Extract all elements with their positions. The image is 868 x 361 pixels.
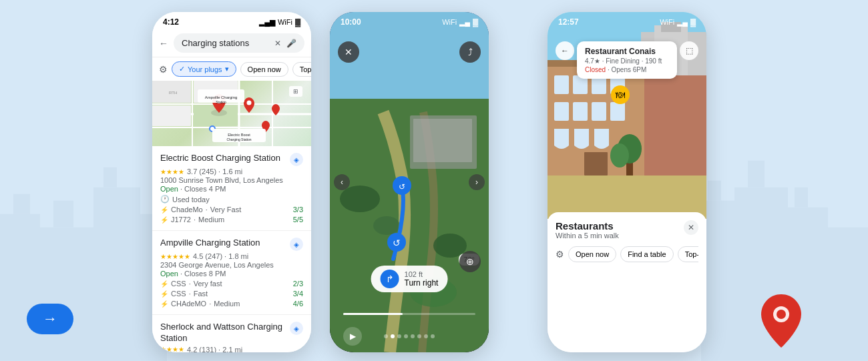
clear-icon[interactable]: ✕ bbox=[274, 39, 281, 48]
result-item-2[interactable]: Ampville Charging Station ◈ ★★★★★ 4.5 (2… bbox=[152, 231, 311, 315]
dot-8 bbox=[431, 334, 435, 338]
svg-rect-43 bbox=[413, 119, 472, 162]
restaurant-emoji-badge: 🍽 bbox=[611, 85, 630, 104]
phone1-map[interactable]: RTH Ampville Charging Station bbox=[152, 81, 311, 146]
filter-open-now[interactable]: Open now bbox=[240, 62, 288, 77]
result1-address: 1000 Sunrise Town Blvd, Los Angeles bbox=[160, 176, 303, 184]
clock-icon: 🕐 bbox=[160, 195, 170, 204]
svg-rect-63 bbox=[573, 102, 588, 121]
svg-text:RTH: RTH bbox=[169, 91, 177, 95]
phone1-filters: ⚙ ✓ Your plugs ▾ Open now Top rated bbox=[152, 57, 311, 81]
tune-icon[interactable]: ⚙ bbox=[159, 64, 168, 75]
result-item-3[interactable]: Sherlock and Wattson Charging Station ◈ … bbox=[152, 315, 311, 352]
street-view-button[interactable]: ⬚ bbox=[680, 41, 698, 60]
panel-title: Restaurants bbox=[556, 220, 619, 232]
signal-icon: ▂▄▆ bbox=[259, 18, 275, 27]
svg-rect-5 bbox=[103, 167, 117, 188]
panel-filters: ⚙ Open now Find a table Top-rated More bbox=[556, 246, 698, 262]
result2-charger-1: ⚡ CSS · Very fast 2/3 bbox=[160, 280, 303, 288]
phone2-aerial-map: ↺ ↺ bbox=[330, 12, 489, 352]
tune-icon-3[interactable]: ⚙ bbox=[556, 249, 564, 260]
filter-top-rated[interactable]: Top rated bbox=[292, 62, 311, 77]
bolt-icon-4: ⚡ bbox=[160, 290, 168, 298]
phone1-status-bar: 4:12 ▂▄▆ WiFi ▓ bbox=[152, 12, 311, 29]
phone1-results: Electric Boost Charging Station ◈ ★★★★ 3… bbox=[152, 146, 311, 352]
result3-rating: ★★★★ 4.2 (131) · 2.1 mi bbox=[160, 346, 303, 352]
close-icon: ✕ bbox=[345, 47, 353, 57]
wifi-icon-3: WiFi bbox=[660, 18, 674, 26]
close-icon-3: ✕ bbox=[688, 223, 694, 232]
chevron-left-icon: ‹ bbox=[341, 177, 343, 187]
phone2-time: 10:00 bbox=[341, 17, 361, 27]
svg-rect-65 bbox=[610, 102, 625, 121]
navigate-icon-2[interactable]: ◈ bbox=[290, 238, 303, 251]
dot-4 bbox=[404, 334, 408, 338]
voice-icon[interactable]: 🎤 bbox=[286, 39, 296, 48]
phone1-time: 4:12 bbox=[163, 17, 179, 27]
battery-icon: ▓ bbox=[295, 18, 300, 26]
nav-arrow-right[interactable]: › bbox=[469, 174, 485, 190]
panel-close-button[interactable]: ✕ bbox=[684, 220, 698, 235]
result1-charger-2: ⚡ J1772 · Medium 5/5 bbox=[160, 216, 303, 224]
play-button[interactable]: ▶ bbox=[343, 327, 362, 346]
back-arrow-icon-3: ← bbox=[561, 46, 569, 55]
navigate-icon-3[interactable]: ◈ bbox=[290, 322, 303, 335]
turn-right-icon: ↱ bbox=[381, 270, 399, 288]
close-button[interactable]: ✕ bbox=[338, 41, 359, 63]
svg-rect-24 bbox=[152, 105, 191, 126]
result3-title: Sherlock and Wattson Charging Station bbox=[160, 322, 290, 344]
search-input[interactable]: Charging stations bbox=[182, 38, 269, 48]
share-icon: ⤴ bbox=[468, 47, 473, 57]
svg-rect-0 bbox=[0, 214, 40, 361]
svg-text:Ampville Charging: Ampville Charging bbox=[205, 95, 238, 99]
svg-text:Station: Station bbox=[216, 100, 226, 104]
signal-icon-3: ▂▄ bbox=[677, 18, 688, 27]
result1-title: Electric Boost Charging Station bbox=[160, 153, 290, 164]
svg-rect-62 bbox=[554, 102, 569, 121]
progress-dots bbox=[384, 334, 435, 338]
restaurant-card[interactable]: Restaurant Conais 4.7★ · Fine Dining · 1… bbox=[577, 41, 677, 79]
result-item-1[interactable]: Electric Boost Charging Station ◈ ★★★★ 3… bbox=[152, 146, 311, 231]
phone3-bottom-panel: Restaurants Within a 5 min walk ✕ ⚙ Open… bbox=[548, 212, 706, 352]
dot-1 bbox=[384, 334, 388, 338]
share-button[interactable]: ⤴ bbox=[459, 41, 481, 63]
compass-button[interactable]: ⊕ bbox=[459, 251, 481, 272]
phone3-status-bar: 12:57 WiFi ▂▄ ▓ bbox=[548, 12, 706, 29]
dot-5 bbox=[411, 334, 415, 338]
svg-rect-8 bbox=[708, 181, 721, 201]
result1-rating-text: 3.7 (245) · 1.6 mi bbox=[187, 167, 242, 175]
phone2-status-icons: WiFi ▂▄ ▓ bbox=[442, 18, 478, 27]
svg-rect-4 bbox=[93, 188, 140, 361]
restaurant-name: Restaurant Conais bbox=[585, 47, 669, 56]
phone3-time: 12:57 bbox=[558, 17, 579, 27]
back-arrow-icon[interactable]: ← bbox=[159, 38, 168, 49]
cta-arrow-button[interactable]: → bbox=[27, 304, 73, 334]
svg-point-45 bbox=[373, 216, 400, 235]
back-button[interactable]: ← bbox=[556, 41, 574, 60]
svg-rect-10 bbox=[748, 161, 765, 188]
filter-open-now-3[interactable]: Open now bbox=[568, 246, 616, 262]
search-input-container[interactable]: Charging stations ✕ 🎤 bbox=[174, 33, 304, 53]
filter-your-plugs[interactable]: ✓ Your plugs ▾ bbox=[172, 61, 236, 77]
svg-point-29 bbox=[247, 101, 252, 105]
dot-2 bbox=[391, 334, 395, 338]
street-view-icon: ⬚ bbox=[686, 46, 693, 55]
result2-charger-2: ⚡ CSS · Fast 3/4 bbox=[160, 290, 303, 298]
phone-navigation: ↺ ↺ 10:00 WiFi ▂▄ ▓ ✕ ⤴ ‹ bbox=[330, 12, 489, 352]
dot-7 bbox=[424, 334, 428, 338]
chevron-right-icon: › bbox=[475, 177, 478, 187]
svg-rect-3 bbox=[53, 201, 73, 228]
bolt-icon-3: ⚡ bbox=[160, 280, 168, 288]
wifi-icon-2: WiFi bbox=[442, 18, 457, 26]
nav-arrow-left[interactable]: ‹ bbox=[334, 174, 350, 190]
filter-top-rated-3[interactable]: Top-rated bbox=[678, 246, 698, 262]
svg-point-15 bbox=[777, 310, 786, 319]
result2-rating-text: 4.5 (247) · 1.8 mi bbox=[193, 252, 248, 260]
navigate-icon-1[interactable]: ◈ bbox=[290, 153, 303, 166]
filter-find-table[interactable]: Find a table bbox=[620, 246, 673, 262]
compass-icon: ⊕ bbox=[466, 256, 474, 267]
nav-instruction: Turn right bbox=[405, 278, 439, 288]
stars-icon-2: ★★★★★ bbox=[160, 253, 190, 260]
nav-direction-box: ↱ 102 ft Turn right bbox=[371, 266, 448, 292]
result3-rating-text: 4.2 (131) · 2.1 mi bbox=[187, 346, 242, 352]
